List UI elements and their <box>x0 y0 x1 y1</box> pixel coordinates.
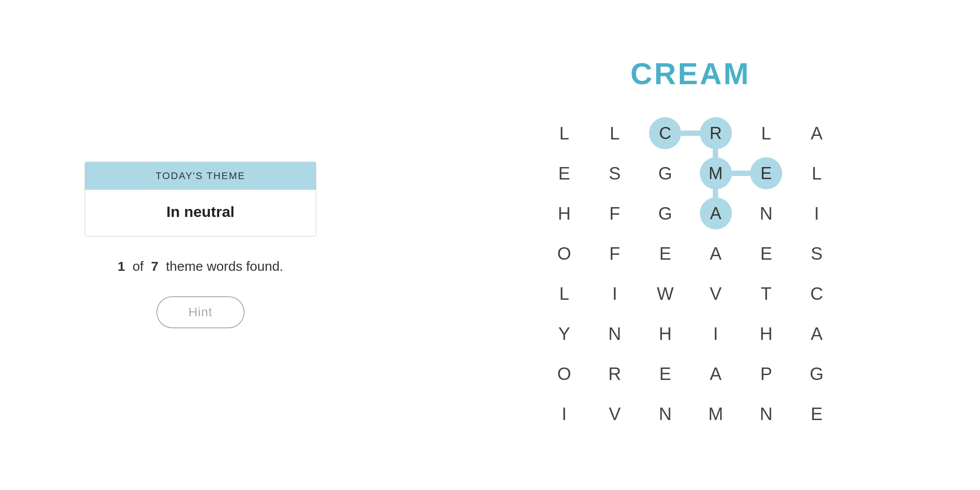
grid-cell-7-2[interactable]: N <box>640 394 690 434</box>
grid-cell-4-4[interactable]: T <box>741 274 791 314</box>
theme-header: TODAY'S THEME <box>85 162 316 190</box>
grid-cell-1-4[interactable]: E <box>741 153 791 193</box>
grid-cell-7-5[interactable]: E <box>792 394 842 434</box>
grid-cell-3-4[interactable]: E <box>741 233 791 274</box>
grid-cell-2-3[interactable]: A <box>690 193 741 233</box>
grid-cell-3-2[interactable]: E <box>640 233 690 274</box>
grid-cell-4-2[interactable]: W <box>640 274 690 314</box>
found-suffix: theme words found. <box>166 259 283 274</box>
found-count: 1 <box>118 259 125 274</box>
grid-cell-3-5[interactable]: S <box>792 233 842 274</box>
grid-cell-6-0[interactable]: O <box>539 354 589 394</box>
grid-cell-7-0[interactable]: I <box>539 394 589 434</box>
grid-cell-1-2[interactable]: G <box>640 153 690 193</box>
grid-cell-2-0[interactable]: H <box>539 193 589 233</box>
grid-cell-1-1[interactable]: S <box>589 153 640 193</box>
grid-cell-1-0[interactable]: E <box>539 153 589 193</box>
found-word-title: CREAM <box>630 56 750 91</box>
grid-cell-2-4[interactable]: N <box>741 193 791 233</box>
grid-cell-5-2[interactable]: H <box>640 314 690 354</box>
grid-cell-4-3[interactable]: V <box>690 274 741 314</box>
theme-box: TODAY'S THEME In neutral <box>85 162 316 237</box>
grid-cell-3-0[interactable]: O <box>539 233 589 274</box>
grid-cell-6-2[interactable]: E <box>640 354 690 394</box>
grid-cell-6-1[interactable]: R <box>589 354 640 394</box>
grid-cell-0-1[interactable]: L <box>589 113 640 153</box>
grid-cell-0-5[interactable]: A <box>792 113 842 153</box>
theme-value: In neutral <box>166 203 234 220</box>
left-panel: TODAY'S THEME In neutral 1 of 7 theme wo… <box>0 0 401 490</box>
grid-cell-5-1[interactable]: N <box>589 314 640 354</box>
grid-cell-1-3[interactable]: M <box>690 153 741 193</box>
grid-cell-2-5[interactable]: I <box>792 193 842 233</box>
grid-cell-4-5[interactable]: C <box>792 274 842 314</box>
grid-cell-3-1[interactable]: F <box>589 233 640 274</box>
grid-cell-0-0[interactable]: L <box>539 113 589 153</box>
theme-label: TODAY'S THEME <box>155 170 245 181</box>
grid-cell-0-3[interactable]: R <box>690 113 741 153</box>
grid-cell-0-2[interactable]: C <box>640 113 690 153</box>
grid-cell-4-1[interactable]: I <box>589 274 640 314</box>
grid-cell-5-4[interactable]: H <box>741 314 791 354</box>
grid-cell-7-4[interactable]: N <box>741 394 791 434</box>
grid-cell-7-1[interactable]: V <box>589 394 640 434</box>
letter-grid: LLCRLAESGMELHFGANIOFEAESLIWVTCYNHIHAOREA… <box>539 113 842 434</box>
grid-cell-0-4[interactable]: L <box>741 113 791 153</box>
grid-cell-4-0[interactable]: L <box>539 274 589 314</box>
right-panel: CREAM LLCRLAESGMELHFGANIOFEAESLIWVTCYNHI… <box>401 0 980 490</box>
grid-cell-1-5[interactable]: L <box>792 153 842 193</box>
grid-cell-2-2[interactable]: G <box>640 193 690 233</box>
grid-cell-6-3[interactable]: A <box>690 354 741 394</box>
grid-cell-2-1[interactable]: F <box>589 193 640 233</box>
grid-cell-6-4[interactable]: P <box>741 354 791 394</box>
found-text: 1 of 7 theme words found. <box>118 259 283 274</box>
grid-cell-7-3[interactable]: M <box>690 394 741 434</box>
theme-body: In neutral <box>85 190 316 236</box>
grid-cell-3-3[interactable]: A <box>690 233 741 274</box>
grid-cell-5-0[interactable]: Y <box>539 314 589 354</box>
hint-button[interactable]: Hint <box>156 296 245 328</box>
grid-container: LLCRLAESGMELHFGANIOFEAESLIWVTCYNHIHAOREA… <box>539 113 842 434</box>
found-total: 7 <box>151 259 159 274</box>
grid-cell-6-5[interactable]: G <box>792 354 842 394</box>
grid-cell-5-5[interactable]: A <box>792 314 842 354</box>
grid-cell-5-3[interactable]: I <box>690 314 741 354</box>
